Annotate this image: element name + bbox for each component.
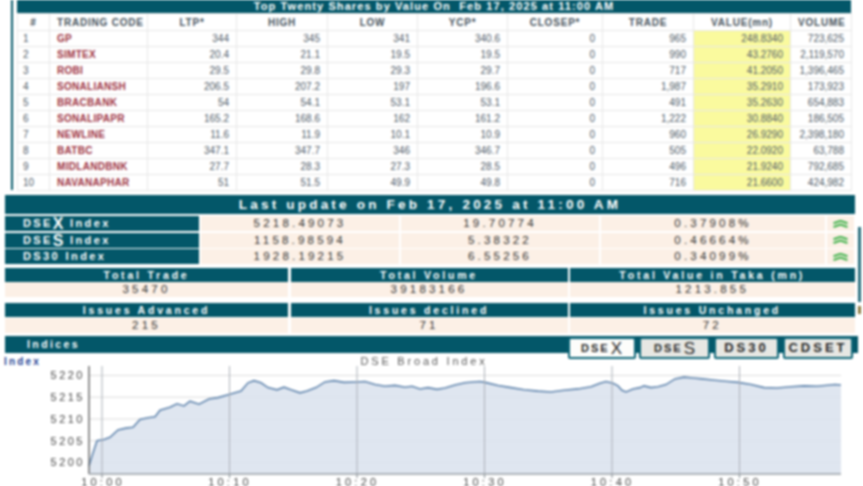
- svg-text:5220: 5220: [51, 369, 85, 381]
- svg-text:5200: 5200: [51, 456, 85, 468]
- svg-text:10:10: 10:10: [208, 476, 252, 486]
- svg-text:5210: 5210: [51, 413, 85, 425]
- svg-text:10:20: 10:20: [336, 476, 380, 486]
- svg-text:5205: 5205: [51, 435, 85, 447]
- svg-text:10:50: 10:50: [718, 476, 762, 486]
- svg-text:10:30: 10:30: [463, 476, 507, 486]
- svg-text:DSE Broad Index: DSE Broad Index: [361, 355, 488, 367]
- svg-text:10:00: 10:00: [81, 476, 125, 486]
- svg-text:10:40: 10:40: [591, 476, 635, 486]
- svg-text:5215: 5215: [51, 391, 85, 403]
